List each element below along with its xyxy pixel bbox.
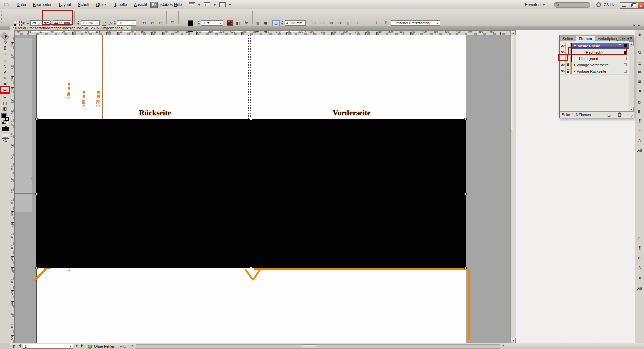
wrap-bounding-box-button[interactable]: ▦ <box>262 20 269 26</box>
fill-swatch-arrow[interactable] <box>194 22 195 24</box>
gradient-button[interactable]: ◧ <box>235 20 241 26</box>
selection-handle[interactable] <box>464 267 467 269</box>
fold-guide[interactable] <box>248 35 249 119</box>
stroke-weight-field[interactable]: 0 Pt <box>201 20 223 26</box>
story-panel-icon[interactable]: ¶ <box>637 245 643 251</box>
paragraph-panel-icon[interactable]: ¶ <box>637 118 643 124</box>
tab-ebenen[interactable]: Ebenen <box>576 36 595 41</box>
horizontal-scroll-thumb[interactable] <box>302 344 316 348</box>
rectangle-frame-tool[interactable]: ⊠ <box>1 81 9 87</box>
effects-panel-icon[interactable]: fx <box>637 99 643 105</box>
menu-item[interactable]: Bearbeiten <box>30 0 56 9</box>
scroll-down-button[interactable] <box>629 107 634 112</box>
wrap-none-button[interactable]: ▥ <box>254 20 261 26</box>
gap-stepper[interactable] <box>281 20 284 26</box>
mini-bridge-panel-icon[interactable]: ❖ <box>637 32 643 38</box>
table-styles-panel-icon[interactable]: A <box>637 265 643 271</box>
table-panel-icon[interactable]: ⊞ <box>637 255 643 261</box>
rotation-field[interactable]: 0° <box>117 20 136 26</box>
align-center-button[interactable]: ⊥ <box>364 20 370 26</box>
gap-field[interactable]: 4,233 mm <box>285 20 306 26</box>
gradient-swatch-tool[interactable]: ◧ <box>1 106 9 111</box>
collapse-panel-icon[interactable]: ▸▸ <box>622 37 625 40</box>
selected-black-rectangle[interactable] <box>36 119 466 268</box>
swatches-panel-icon[interactable]: ▦ <box>637 78 643 84</box>
width-stepper[interactable] <box>49 20 52 26</box>
stroke-weight-stepper[interactable] <box>197 20 200 26</box>
new-layer-button[interactable]: ⊡ <box>607 112 611 118</box>
selection-indicator[interactable] <box>624 63 627 66</box>
fill-color-swatch[interactable] <box>188 20 193 26</box>
expand-triangle-icon[interactable] <box>574 45 576 47</box>
menu-item[interactable]: Layout <box>56 0 74 9</box>
tab-seiten[interactable]: Seiten <box>560 36 576 41</box>
gradient-panel-icon[interactable]: ■ <box>637 88 643 94</box>
delete-layer-button[interactable] <box>618 112 621 118</box>
measure-guide[interactable] <box>73 35 73 119</box>
document-canvas[interactable]: Rückseite Vorderseite 306 mm365 mm359 mm… <box>15 35 510 343</box>
zoom-tool[interactable] <box>1 138 9 143</box>
width-field[interactable]: 441,5 mm <box>53 20 71 26</box>
measure-guide[interactable] <box>88 35 88 119</box>
selection-handle[interactable] <box>35 193 38 195</box>
swap-fill-stroke[interactable] <box>1 122 9 125</box>
tab-verknuepfungen[interactable]: Verknüpfungen <box>595 36 618 41</box>
layer-row-rechteck[interactable]: <Rechteck> <box>560 49 629 56</box>
effects-target-icon[interactable] <box>227 20 233 26</box>
layer-name[interactable]: <Rechteck> <box>584 50 603 54</box>
rotate-cw-button[interactable]: ↻ <box>141 20 148 26</box>
scroll-up-button[interactable] <box>511 30 516 35</box>
menu-item[interactable]: Schrift <box>74 0 93 9</box>
dashed-fold-guide[interactable] <box>15 271 247 271</box>
tab-close-icon[interactable]: x <box>126 26 128 30</box>
menu-item[interactable]: Datei <box>13 0 30 9</box>
layer-name[interactable]: Vorlage Rückseite <box>577 69 606 73</box>
layer-name[interactable]: Hintergrund <box>579 57 598 61</box>
visibility-toggle[interactable] <box>560 62 566 68</box>
align-right-button[interactable]: ⊣ <box>372 20 378 26</box>
lock-toggle[interactable] <box>566 49 571 55</box>
last-page-button[interactable] <box>80 344 85 348</box>
cs-live-label[interactable]: CS Live <box>604 3 617 7</box>
fx-button[interactable]: fx <box>243 20 250 26</box>
horizontal-ruler[interactable]: 4050607080901001101201301401501601701801… <box>15 30 510 35</box>
object-styles-panel-icon[interactable]: ◧ <box>637 108 643 114</box>
expand-triangle-icon[interactable] <box>574 70 575 73</box>
visibility-toggle[interactable] <box>560 49 566 55</box>
panel-scrollbar[interactable] <box>629 41 634 112</box>
measure-guide[interactable] <box>102 35 103 119</box>
layer-name[interactable]: Vorlage Vorderseite <box>577 63 609 67</box>
rectangle-tool[interactable]: ▭ <box>1 87 9 92</box>
selection-indicator[interactable] <box>624 57 627 60</box>
panel-grip[interactable] <box>1 11 2 23</box>
fold-guide[interactable] <box>253 35 253 119</box>
vertical-scrollbar[interactable] <box>510 30 516 343</box>
normal-view-mode-button[interactable] <box>2 134 9 139</box>
menu-item[interactable]: Ansicht <box>130 0 150 9</box>
lock-toggle[interactable] <box>566 55 571 62</box>
selection-handle[interactable] <box>464 193 467 195</box>
selection-handle[interactable] <box>464 118 467 120</box>
color-panel-icon[interactable]: ▤ <box>637 69 643 75</box>
minimize-button[interactable] <box>620 2 629 9</box>
preflight-panel-icon[interactable]: ❏ <box>123 344 126 348</box>
select-container-button[interactable]: ⇱ <box>169 20 176 26</box>
visibility-toggle[interactable] <box>560 43 566 49</box>
layer-name[interactable]: Meine Ebene <box>578 44 600 48</box>
selection-handle[interactable] <box>250 267 252 269</box>
visibility-toggle[interactable] <box>560 68 566 74</box>
layer-row-vorlage-vorderseite[interactable]: Vorlage Vorderseite <box>560 62 629 68</box>
layers-panel-icon[interactable]: ❏ <box>637 41 643 47</box>
preflight-status-text[interactable]: Ohne Fehler <box>94 344 114 348</box>
fit-proportional-button[interactable]: ⊠ <box>328 20 335 26</box>
fill-stroke-swatches[interactable] <box>1 113 9 121</box>
flip-horizontal-button[interactable]: P <box>157 20 164 26</box>
horizontal-guide[interactable] <box>15 193 36 194</box>
next-page-button[interactable] <box>74 344 79 348</box>
lock-toggle[interactable] <box>566 43 571 49</box>
text-wrap-panel-icon[interactable]: ◳ <box>637 235 643 241</box>
screen-mode-button[interactable] <box>204 2 216 7</box>
layer-row-vorlage-rueckseite[interactable]: Vorlage Rückseite <box>560 68 629 75</box>
close-button[interactable]: x <box>638 2 644 9</box>
paragraph-styles-panel-icon[interactable]: ≡ <box>637 128 643 134</box>
